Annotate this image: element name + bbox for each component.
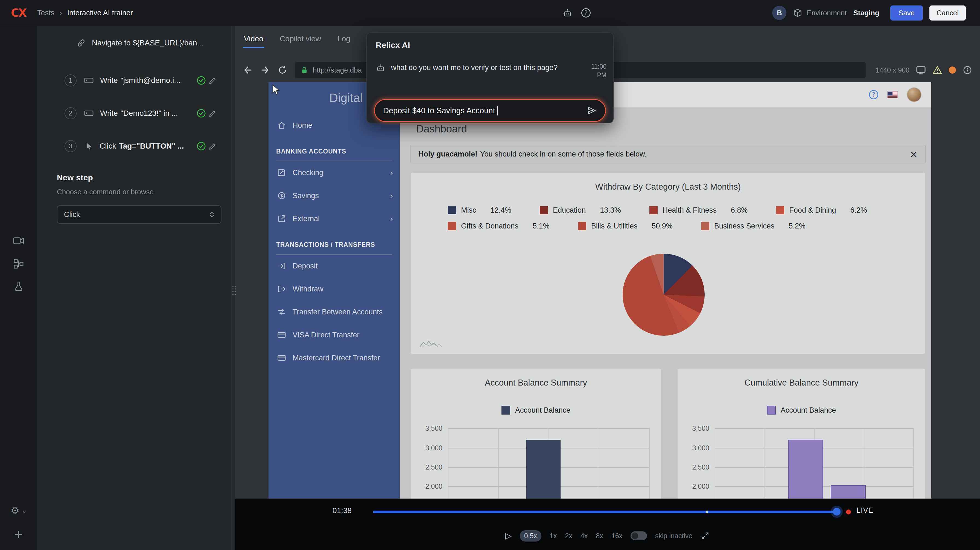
y-axis-tick: 3,000 [678, 444, 709, 452]
edit-pencil-icon[interactable] [208, 142, 217, 150]
link-icon [76, 38, 86, 48]
progress-bar[interactable] [373, 510, 837, 513]
legend-swatch [448, 206, 456, 214]
speed-16x[interactable]: 16x [611, 532, 622, 540]
ai-chat-message: what do you want me to verify or test on… [376, 62, 606, 79]
cx-logo[interactable]: CX [0, 6, 37, 19]
write-step-icon [84, 76, 94, 85]
panel-resize-handle[interactable] [231, 26, 235, 550]
add-button[interactable]: + [0, 529, 37, 540]
legend-item-education[interactable]: Education13.3% [540, 206, 621, 215]
info-icon[interactable] [963, 65, 972, 75]
alert-close-icon[interactable]: × [910, 150, 918, 159]
legend-item-business-services[interactable]: Business Services5.2% [701, 222, 805, 230]
step-row-1[interactable]: 1 Write"jsmith@demo.i... [65, 70, 224, 90]
bank-nav-savings[interactable]: Savings › [269, 184, 400, 207]
edit-pencil-icon[interactable] [208, 76, 217, 85]
bank-nav-visa-transfer[interactable]: VISA Direct Transfer [269, 324, 400, 346]
step-label: Write"jsmith@demo.i... [100, 76, 180, 85]
new-step-subtitle: Choose a command or browse [57, 188, 154, 196]
bank-nav-external[interactable]: External › [269, 207, 400, 230]
help-icon[interactable]: ? [581, 8, 590, 18]
progress-marker [706, 510, 708, 513]
robot-icon[interactable] [562, 8, 573, 18]
forward-icon[interactable] [260, 65, 270, 75]
fullscreen-icon[interactable] [700, 531, 710, 540]
step-label: Write"Demo123!" in ... [100, 109, 178, 118]
video-icon[interactable] [0, 236, 37, 245]
ai-message-text: what do you want me to verify or test on… [391, 62, 578, 72]
breadcrumb: Tests › Interactive AI trainer [37, 9, 133, 17]
step-row-2[interactable]: 2 Write"Demo123!" in ... [65, 104, 224, 123]
breadcrumb-current: Interactive AI trainer [67, 9, 133, 17]
account-balance-bar[interactable] [526, 440, 560, 499]
flask-icon[interactable] [0, 281, 37, 291]
player-controls: ▷ 0.5x 1x 2x 4x 8x 16x skip inactive [235, 528, 980, 544]
speed-2x[interactable]: 2x [565, 532, 572, 540]
status-dot-icon[interactable] [949, 67, 956, 73]
bank-nav-transfer[interactable]: Transfer Between Accounts [269, 300, 400, 324]
monitor-icon[interactable] [916, 65, 926, 75]
step-success-icon [196, 108, 206, 118]
live-label[interactable]: LIVE [856, 506, 873, 515]
cumulative-balance-bar[interactable] [788, 440, 823, 499]
flow-icon[interactable] [0, 259, 37, 269]
cancel-button[interactable]: Cancel [929, 5, 966, 21]
ai-command-input[interactable]: Deposit $40 to Savings Account [374, 99, 606, 122]
legend-item-food-dining[interactable]: Food & Dining6.2% [776, 206, 867, 215]
legend-item-misc[interactable]: Misc12.4% [448, 206, 511, 215]
legend-item-health-fitness[interactable]: Health & Fitness6.8% [649, 206, 748, 215]
gridline [649, 428, 650, 499]
edit-pencil-icon[interactable] [208, 109, 217, 118]
speed-1x[interactable]: 1x [550, 532, 557, 540]
y-axis-tick: 2,000 [678, 482, 709, 490]
withdraw-pie[interactable] [623, 253, 705, 336]
environment-value[interactable]: Staging [853, 9, 879, 17]
tab-log[interactable]: Log [336, 32, 352, 48]
scrubber-handle[interactable] [833, 508, 840, 515]
bar-chart-legend[interactable]: Account Balance [678, 406, 925, 414]
bank-help-icon[interactable]: ? [869, 90, 878, 99]
play-button[interactable]: ▷ [505, 532, 512, 540]
user-avatar[interactable]: B [772, 6, 786, 20]
gridline [913, 428, 914, 499]
skip-inactive-toggle[interactable] [630, 531, 647, 540]
tab-video[interactable]: Video [243, 32, 264, 48]
bank-nav-checking[interactable]: Checking › [269, 161, 400, 184]
bar-chart-legend[interactable]: Account Balance [411, 406, 661, 414]
bank-nav-mastercard-transfer[interactable]: Mastercard Direct Transfer [269, 346, 400, 370]
legend-item-gifts-donations[interactable]: Gifts & Donations5.1% [448, 222, 550, 230]
step-row-3[interactable]: 3 ClickTag="BUTTON" ... [65, 136, 224, 156]
command-select[interactable]: Click [57, 205, 221, 224]
y-axis-tick: 3,500 [411, 424, 442, 432]
video-viewport[interactable]: DigitalBank Home BANKING ACCOUNTS Checki… [269, 82, 931, 499]
bank-user-avatar[interactable] [907, 87, 921, 102]
withdraw-by-category-card: Withdraw By Category (Last 3 Months) Mis… [410, 172, 926, 354]
chevron-down-icon: ⌄ [22, 507, 27, 514]
card-icon [277, 330, 286, 339]
warning-triangle-icon[interactable] [932, 65, 942, 75]
back-icon[interactable] [243, 65, 253, 75]
bank-nav-withdraw[interactable]: Withdraw [269, 277, 400, 300]
chevron-right-icon: › [390, 214, 393, 223]
legend-item-bills-utilities[interactable]: Bills & Utilities50.9% [578, 222, 673, 230]
us-flag-icon[interactable] [887, 91, 898, 98]
bank-nav-deposit[interactable]: Deposit [269, 255, 400, 277]
breadcrumb-separator-icon: › [59, 9, 62, 17]
bar-plot [715, 428, 913, 499]
cumulative-balance-bar[interactable] [831, 485, 866, 499]
save-button[interactable]: Save [890, 5, 923, 21]
speed-4x[interactable]: 4x [581, 532, 588, 540]
topbar: CX Tests › Interactive AI trainer ? B En… [0, 0, 980, 26]
card-icon [277, 354, 286, 362]
navigate-step[interactable]: Navigate to ${BASE_URL}/ban... [69, 38, 220, 48]
send-icon[interactable] [587, 105, 597, 116]
breadcrumb-tests[interactable]: Tests [37, 9, 54, 17]
chevron-right-icon: › [390, 191, 393, 201]
tab-copilot-view[interactable]: Copilot view [278, 32, 322, 48]
speed-8x[interactable]: 8x [596, 532, 603, 540]
settings-gear-icon[interactable]: ⚙ ⌄ [0, 506, 37, 515]
speed-0-5x[interactable]: 0.5x [520, 530, 541, 542]
step-number-badge: 1 [65, 75, 76, 86]
reload-icon[interactable] [278, 65, 287, 75]
